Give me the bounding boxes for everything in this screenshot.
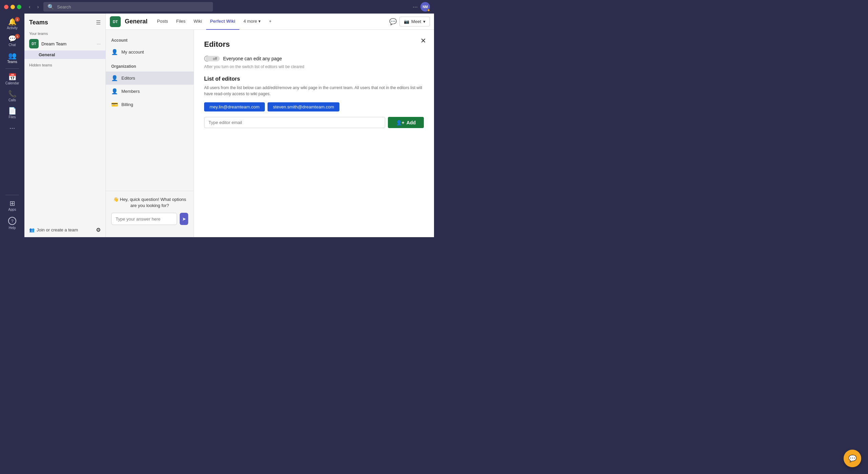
your-teams-label: Your teams bbox=[24, 29, 105, 37]
topbar-tabs: Posts Files Wiki Perfect Wiki 4 more ▾ + bbox=[153, 14, 384, 30]
meet-chevron-icon: ▾ bbox=[423, 19, 426, 24]
sidebar-item-label: Chat bbox=[8, 43, 16, 47]
toggle-off-label: off bbox=[205, 56, 220, 61]
more-options-icon[interactable]: ··· bbox=[413, 3, 418, 11]
everyone-can-edit-label: Everyone can edit any page bbox=[223, 56, 282, 61]
tab-files[interactable]: Files bbox=[172, 14, 190, 30]
tab-wiki[interactable]: Wiki bbox=[190, 14, 206, 30]
activity-badge: 1 bbox=[15, 17, 20, 22]
user-status-dot bbox=[427, 9, 430, 12]
editor-email-input[interactable] bbox=[204, 117, 385, 128]
teams-filter-icon[interactable]: ☰ bbox=[96, 19, 101, 26]
main-content: DT General Posts Files Wiki Perfect Wiki… bbox=[106, 14, 434, 237]
sidebar-item-label: Teams bbox=[7, 60, 17, 64]
topbar: DT General Posts Files Wiki Perfect Wiki… bbox=[106, 14, 434, 30]
sidebar-item-help[interactable]: ? Help bbox=[1, 215, 23, 232]
channel-item-general[interactable]: General bbox=[24, 50, 105, 59]
sidebar-item-activity[interactable]: 🔔 1 Activity bbox=[1, 16, 23, 32]
org-section-label: Organization bbox=[106, 63, 194, 71]
settings-members[interactable]: 👤 Members bbox=[106, 85, 194, 98]
sidebar-item-calendar[interactable]: 📅 Calendar bbox=[1, 71, 23, 87]
calendar-icon: 📅 bbox=[8, 74, 17, 80]
settings-sidebar: Account 👤 My account Organization 👤 Edit… bbox=[106, 30, 194, 237]
team-avatar-dt: DT bbox=[29, 39, 39, 48]
sidebar-item-label: Calendar bbox=[5, 81, 19, 85]
settings-my-account[interactable]: 👤 My account bbox=[106, 45, 194, 59]
team-item-dreamteam[interactable]: DT Dream Team ··· bbox=[24, 37, 105, 50]
tab-more[interactable]: 4 more ▾ bbox=[239, 14, 265, 30]
editor-tags: mey.lin@dreamteam.com steven.smith@dream… bbox=[204, 102, 424, 111]
add-editor-button[interactable]: 👤+ Add bbox=[388, 117, 424, 128]
files-icon: 📄 bbox=[8, 107, 17, 114]
chatbot-input-row: ➤ bbox=[111, 213, 188, 225]
editors-panel: ✕ Editors off Everyone can edit any page… bbox=[194, 30, 434, 237]
close-button[interactable] bbox=[4, 5, 8, 9]
chat-badge: 1 bbox=[15, 34, 20, 39]
settings-billing[interactable]: 💳 Billing bbox=[106, 98, 194, 111]
teams-panel: Teams ☰ Your teams DT Dream Team ··· Gen… bbox=[24, 14, 106, 237]
apps-icon: ⊞ bbox=[9, 200, 15, 207]
account-icon: 👤 bbox=[111, 49, 118, 55]
teams-icon: 👥 bbox=[8, 52, 17, 59]
sidebar-item-label: Calls bbox=[8, 98, 16, 102]
add-tab-button[interactable]: + bbox=[265, 14, 276, 30]
sidebar-item-calls[interactable]: 📞 Calls bbox=[1, 88, 23, 104]
toggle-switch[interactable]: off bbox=[204, 56, 220, 62]
sidebar-bottom: ⊞ Apps ? Help bbox=[1, 193, 23, 237]
meet-button[interactable]: 📷 Meet ▾ bbox=[399, 17, 430, 26]
team-more-icon[interactable]: ··· bbox=[97, 41, 101, 46]
search-box[interactable]: 🔍 bbox=[43, 2, 213, 12]
editors-description: All users from the list below can add/ed… bbox=[204, 85, 424, 97]
chatbot-send-button[interactable]: ➤ bbox=[180, 213, 188, 225]
meet-icon: 📷 bbox=[404, 19, 409, 24]
list-of-editors-title: List of editors bbox=[204, 76, 424, 82]
toggle-row: off Everyone can edit any page bbox=[204, 56, 424, 62]
tab-perfect-wiki[interactable]: Perfect Wiki bbox=[206, 14, 239, 30]
chatbot-message: 👋 Hey, quick question! What options are … bbox=[111, 197, 188, 209]
minimize-button[interactable] bbox=[11, 5, 15, 9]
back-button[interactable]: ‹ bbox=[27, 3, 33, 10]
chatbot-area: 👋 Hey, quick question! What options are … bbox=[106, 191, 194, 230]
maximize-button[interactable] bbox=[17, 5, 21, 9]
editor-tag-0: mey.lin@dreamteam.com bbox=[204, 102, 265, 111]
user-avatar[interactable]: NM bbox=[420, 2, 430, 12]
sidebar-divider bbox=[5, 68, 19, 69]
sidebar-item-apps[interactable]: ⊞ Apps bbox=[1, 198, 23, 213]
chevron-down-icon: ▾ bbox=[258, 19, 261, 24]
sidebar: 🔔 1 Activity 💬 1 Chat 👥 Teams 📅 Calendar… bbox=[0, 14, 24, 237]
add-editor-row: 👤+ Add bbox=[204, 117, 424, 128]
search-input[interactable] bbox=[57, 4, 209, 9]
forward-button[interactable]: › bbox=[35, 3, 41, 10]
channel-name: General bbox=[125, 18, 147, 25]
sidebar-item-label: Files bbox=[8, 115, 16, 119]
content-area: Account 👤 My account Organization 👤 Edit… bbox=[106, 30, 434, 237]
editors-icon: 👤 bbox=[111, 75, 118, 81]
app-container: 🔔 1 Activity 💬 1 Chat 👥 Teams 📅 Calendar… bbox=[0, 14, 434, 237]
team-name: Dream Team bbox=[41, 41, 94, 46]
editors-title: Editors bbox=[204, 40, 424, 49]
editors-close-button[interactable]: ✕ bbox=[418, 35, 429, 46]
sidebar-item-more[interactable]: ··· bbox=[1, 122, 23, 133]
join-team-icon: 👥 bbox=[29, 227, 35, 232]
sidebar-item-teams[interactable]: 👥 Teams bbox=[1, 50, 23, 66]
teams-header: Teams ☰ bbox=[24, 14, 105, 29]
sidebar-item-label: Apps bbox=[8, 208, 16, 211]
chat-action-icon[interactable]: 💬 bbox=[389, 18, 397, 25]
account-section-label: Account bbox=[106, 37, 194, 45]
topbar-actions: 💬 📷 Meet ▾ bbox=[389, 17, 430, 26]
tab-posts[interactable]: Posts bbox=[153, 14, 172, 30]
channel-icon: DT bbox=[110, 16, 121, 27]
help-icon: ? bbox=[8, 217, 16, 225]
sidebar-divider-2 bbox=[5, 195, 19, 195]
calls-icon: 📞 bbox=[8, 90, 17, 97]
teams-settings-icon[interactable]: ⚙ bbox=[96, 227, 101, 233]
sidebar-item-label: Activity bbox=[7, 26, 18, 30]
topbar-left: DT General bbox=[110, 16, 147, 27]
join-team-button[interactable]: 👥 Join or create a team bbox=[29, 227, 78, 232]
settings-editors[interactable]: 👤 Editors bbox=[106, 71, 194, 85]
sidebar-item-files[interactable]: 📄 Files bbox=[1, 105, 23, 121]
sidebar-item-chat[interactable]: 💬 1 Chat bbox=[1, 33, 23, 49]
sidebar-item-label: Help bbox=[9, 226, 16, 230]
chatbot-input[interactable] bbox=[111, 213, 177, 225]
toggle-note: After you turn on the switch list of edi… bbox=[204, 64, 424, 69]
